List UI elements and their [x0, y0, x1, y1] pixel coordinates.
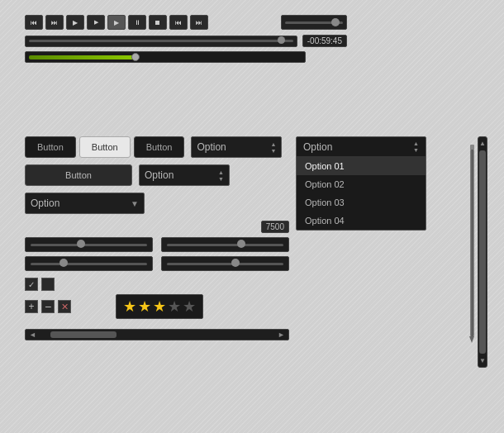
pause-btn[interactable]: ⏸ [128, 15, 146, 30]
star-3[interactable]: ★ [153, 297, 166, 316]
slider-track-2 [31, 263, 147, 265]
horizontal-scrollbar[interactable]: ◄ ► [25, 329, 289, 340]
select-arrows-1: ▲▼ [271, 141, 277, 154]
stop-btn[interactable]: ⏹ [149, 15, 167, 30]
checkbox-2[interactable] [41, 278, 55, 291]
dropdown-header[interactable]: Option ▲▼ [297, 137, 426, 157]
volume-slider[interactable] [281, 15, 347, 30]
slider-4[interactable] [161, 256, 289, 271]
pencil-icon [469, 145, 474, 343]
time-display: -00:59:45 [302, 35, 347, 47]
select-label-1: Option [197, 141, 226, 153]
button-4[interactable]: Button [25, 164, 132, 186]
play-btn[interactable]: ▶ [66, 15, 84, 30]
slider-value-label: 7500 [261, 221, 289, 233]
progress-bar[interactable] [25, 51, 306, 63]
star-5[interactable]: ★ [183, 297, 196, 316]
chevron-down-icon: ▼ [131, 199, 139, 208]
step-fwd-btn[interactable]: ▶ [87, 15, 105, 30]
pencil-body [470, 150, 474, 336]
plus-icon-btn[interactable]: + [25, 300, 38, 313]
pencil-tip [469, 336, 474, 343]
skip-fwd-btn[interactable]: ⏭ [45, 15, 64, 30]
minus-icon-btn[interactable]: − [41, 300, 55, 313]
select-label-2: Option [145, 169, 174, 181]
slider-thumb-2 [59, 259, 68, 267]
dropdown-header-label: Option [303, 141, 332, 153]
select-option-1[interactable]: Option ▲▼ [191, 136, 282, 158]
slider-1[interactable] [25, 237, 153, 252]
star-rating[interactable]: ★ ★ ★ ★ ★ [116, 294, 203, 319]
media-player: ⏮ ⏭ ▶ ▶ ▶ ⏸ ⏹ ⏮ ⏭ -00:59:45 [25, 15, 347, 63]
v-scroll-up-arrow[interactable]: ▲ [479, 140, 486, 147]
dropdown-item-2[interactable]: Option 03 [297, 193, 426, 212]
scroll-left-arrow[interactable]: ◄ [26, 331, 40, 339]
star-1[interactable]: ★ [123, 297, 136, 316]
v-scroll-thumb[interactable] [479, 150, 486, 354]
slider-thumb-3 [237, 240, 245, 248]
volume-track [285, 21, 343, 24]
button-1[interactable]: Button [25, 136, 76, 158]
slider-thumb-1 [77, 240, 85, 248]
seek-track [29, 40, 293, 42]
slider-2[interactable] [25, 256, 153, 271]
skip-back-btn[interactable]: ⏮ [25, 15, 43, 30]
scroll-right-arrow[interactable]: ► [274, 331, 288, 339]
play-active-btn[interactable]: ▶ [107, 15, 126, 30]
vertical-scrollbar[interactable]: ▲ ▼ [478, 136, 487, 368]
seek-thumb [278, 36, 285, 44]
left-controls: Button Button Button Option ▲▼ Button Op… [25, 136, 289, 340]
star-4[interactable]: ★ [168, 297, 181, 316]
controls-row1: Button Button Button Option ▲▼ Button Op… [25, 136, 487, 340]
button-3[interactable]: Button [134, 136, 185, 158]
seek-bar[interactable] [25, 36, 297, 47]
checkbox-1[interactable] [25, 278, 38, 291]
dropdown-item-1[interactable]: Option 02 [297, 175, 426, 193]
progress-thumb [131, 53, 140, 61]
dropdown-item-3[interactable]: Option 04 [297, 212, 426, 230]
slider-track-3 [167, 244, 283, 246]
select-arrows-2: ▲▼ [218, 169, 224, 182]
cross-icon-btn[interactable]: ✕ [58, 300, 71, 313]
ui-section: Button Button Button Option ▲▼ Button Op… [25, 136, 487, 347]
slider-track-4 [167, 263, 283, 265]
scroll-thumb[interactable] [50, 331, 116, 338]
button-2[interactable]: Button [79, 136, 131, 158]
slider-3[interactable] [161, 237, 289, 252]
slider-thumb-4 [231, 259, 240, 267]
select-option-2[interactable]: Option ▲▼ [139, 164, 230, 186]
transport-row: ⏮ ⏭ ▶ ▶ ▶ ⏸ ⏹ ⏮ ⏭ [25, 15, 347, 30]
slider-track-1 [31, 244, 147, 246]
v-scroll-down-arrow[interactable]: ▼ [479, 357, 486, 364]
seek-row: -00:59:45 [25, 35, 347, 47]
star-2[interactable]: ★ [138, 297, 151, 316]
select-label-3: Option [31, 197, 59, 209]
select-option-3[interactable]: Option ▼ [25, 193, 145, 214]
dropdown-item-0[interactable]: Option 01 [297, 157, 426, 175]
dropdown-scroll-arrows: ▲▼ [413, 140, 419, 153]
volume-thumb [331, 18, 340, 26]
prev-btn[interactable]: ⏮ [169, 15, 188, 30]
next-btn[interactable]: ⏭ [190, 15, 208, 30]
progress-fill [29, 55, 138, 59]
dropdown-popup: Option ▲▼ Option 01 Option 02 Option 03 … [296, 136, 426, 231]
